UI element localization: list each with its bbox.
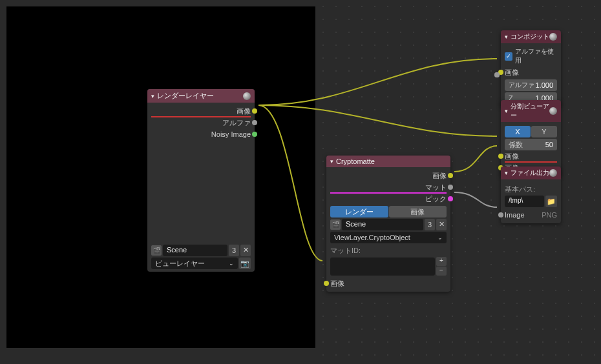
preview-sphere-icon — [549, 107, 557, 115]
scene-users[interactable]: 3 — [425, 219, 435, 230]
node-title: Cryptomatte — [336, 157, 447, 165]
chevron-down-icon: ▾ — [330, 158, 333, 165]
scene-icon: 🎬 — [151, 245, 162, 256]
scene-icon: 🎬 — [330, 219, 341, 230]
clear-scene-button[interactable]: ✕ — [436, 219, 447, 230]
tab-x[interactable]: X — [505, 126, 531, 137]
node-header[interactable]: ▾ 分割ビューアー — [501, 100, 561, 122]
add-button[interactable]: + — [436, 257, 447, 266]
socket-image-in[interactable] — [498, 154, 503, 159]
scene-name-input[interactable]: Scene — [163, 245, 227, 256]
output-noisy[interactable]: Noisy Image — [151, 128, 251, 140]
axis-tabs[interactable]: X Y — [505, 126, 557, 137]
output-matte[interactable]: マット — [330, 181, 447, 193]
scene-selector[interactable]: 🎬 Scene 3 ✕ — [330, 219, 447, 230]
checkbox-icon: ✓ — [505, 52, 512, 61]
node-title: レンダーレイヤー — [157, 91, 243, 101]
ratio-field[interactable]: 係数 50 — [505, 139, 557, 150]
chevron-down-icon: ⌄ — [438, 234, 443, 241]
node-header[interactable]: ▾ ファイル出力 — [501, 167, 561, 179]
node-cryptomatte[interactable]: ▾ Cryptomatte 画像 マット ピック レンダー 画像 🎬 Scene… — [326, 156, 450, 292]
scene-name-input[interactable]: Scene — [342, 219, 423, 230]
node-title: コンポジット — [511, 32, 549, 41]
path-input[interactable]: /tmp\ — [505, 196, 544, 207]
preview-sphere-icon — [549, 169, 557, 177]
node-header[interactable]: ▾ Cryptomatte — [326, 156, 450, 167]
input-image-1[interactable]: 画像 — [505, 150, 557, 162]
socket-noisy-out[interactable] — [252, 132, 257, 137]
node-title: ファイル出力 — [511, 168, 549, 177]
input-image[interactable]: 画像 — [330, 278, 447, 289]
source-tabs[interactable]: レンダー 画像 — [330, 206, 447, 217]
chevron-down-icon: ⌄ — [229, 260, 234, 267]
node-render-layers[interactable]: ▾ レンダーレイヤー 画像 アルファ Noisy Image 🎬 Scene 3… — [147, 89, 255, 272]
node-composite[interactable]: ▾ コンポジット ✓ アルファを使用 画像 アルファ 1.000 Z 1.000 — [501, 30, 561, 106]
chevron-down-icon: ▾ — [505, 170, 508, 176]
socket-image-in[interactable] — [324, 281, 329, 286]
input-image-slot[interactable]: Image PNG — [505, 209, 557, 221]
preview-sphere-icon — [243, 92, 251, 100]
alpha-field[interactable]: アルファ 1.000 — [505, 79, 557, 91]
output-pick[interactable]: ピック — [330, 193, 447, 205]
matte-id-label: マットID: — [330, 246, 447, 256]
scene-selector[interactable]: 🎬 Scene 3 ✕ — [151, 245, 251, 256]
scene-users[interactable]: 3 — [229, 245, 239, 256]
crypto-layer-select[interactable]: ViewLayer.CryptoObject ⌄ — [330, 232, 447, 243]
tab-y[interactable]: Y — [531, 126, 557, 137]
output-alpha[interactable]: アルファ — [151, 117, 251, 128]
chevron-down-icon: ▾ — [505, 108, 508, 114]
socket-image-in[interactable] — [498, 212, 503, 217]
node-split-viewer[interactable]: ▾ 分割ビューアー X Y 係数 50 画像 画像 — [501, 100, 561, 176]
node-header[interactable]: ▾ コンポジット — [501, 30, 561, 43]
matte-id-input[interactable] — [330, 258, 435, 276]
viewlayer-label: ビューレイヤー — [155, 259, 229, 268]
socket-pick-out[interactable] — [448, 196, 453, 201]
clear-scene-button[interactable]: ✕ — [240, 245, 251, 256]
render-button[interactable]: 📷 — [239, 258, 251, 269]
folder-icon[interactable]: 📁 — [545, 196, 557, 207]
base-path-label: 基本パス: — [505, 185, 557, 194]
chevron-down-icon: ▾ — [505, 34, 508, 40]
tab-image[interactable]: 画像 — [389, 206, 447, 217]
node-title: 分割ビューアー — [511, 102, 549, 120]
use-alpha-checkbox[interactable]: ✓ アルファを使用 — [505, 46, 557, 66]
node-header[interactable]: ▾ レンダーレイヤー — [147, 89, 255, 103]
preview-sphere-icon — [549, 33, 557, 41]
node-file-output[interactable]: ▾ ファイル出力 基本パス: /tmp\ 📁 Image PNG — [501, 167, 561, 223]
socket-image-out[interactable] — [252, 108, 257, 114]
output-image[interactable]: 画像 — [330, 170, 447, 181]
tab-render[interactable]: レンダー — [330, 206, 388, 217]
socket-image-out[interactable] — [448, 173, 453, 178]
input-image[interactable]: 画像 — [505, 66, 557, 78]
viewlayer-selector[interactable]: ビューレイヤー ⌄ 📷 — [151, 258, 251, 269]
remove-button[interactable]: − — [436, 267, 447, 276]
socket-alpha-out[interactable] — [252, 120, 257, 125]
socket-matte-out[interactable] — [448, 185, 453, 190]
output-image[interactable]: 画像 — [151, 105, 251, 117]
chevron-down-icon: ▾ — [151, 93, 154, 99]
socket-z-in[interactable] — [494, 72, 500, 77]
